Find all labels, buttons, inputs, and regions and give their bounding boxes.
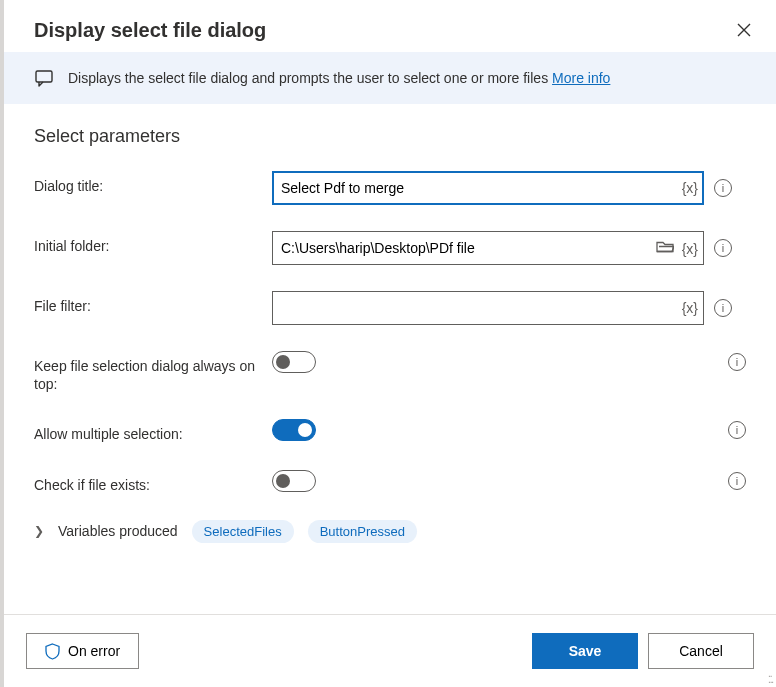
save-label: Save (569, 643, 602, 659)
input-wrap-initial-folder: {x} (272, 231, 704, 265)
row-initial-folder: Initial folder: {x} i (34, 231, 746, 265)
svg-rect-0 (36, 71, 52, 82)
folder-open-icon[interactable] (656, 240, 674, 257)
row-check-exists: Check if file exists: i (34, 470, 746, 494)
more-info-link[interactable]: More info (552, 70, 610, 86)
variable-badge[interactable]: SelectedFiles (192, 520, 294, 543)
label-keep-on-top: Keep file selection dialog always on top… (34, 351, 272, 393)
dialog-window: Display select file dialog Displays the … (0, 0, 776, 687)
variables-title: Variables produced (58, 523, 178, 539)
info-icon[interactable]: i (728, 421, 746, 439)
save-button[interactable]: Save (532, 633, 638, 669)
banner-message: Displays the select file dialog and prom… (68, 70, 552, 86)
dialog-header: Display select file dialog (4, 0, 776, 52)
dialog-footer: On error Save Cancel (4, 614, 776, 687)
info-icon[interactable]: i (714, 299, 732, 317)
dialog-body: Select parameters Dialog title: {x} i In… (4, 104, 776, 614)
chevron-right-icon: ❯ (34, 524, 44, 538)
close-icon (737, 23, 751, 37)
label-dialog-title: Dialog title: (34, 171, 272, 195)
comment-icon (34, 68, 54, 88)
info-banner: Displays the select file dialog and prom… (4, 52, 776, 104)
label-initial-folder: Initial folder: (34, 231, 272, 255)
variables-produced[interactable]: ❯ Variables produced SelectedFiles Butto… (34, 520, 746, 543)
toggle-knob (298, 423, 312, 437)
fx-icon[interactable]: {x} (682, 240, 698, 256)
close-button[interactable] (732, 18, 756, 42)
input-wrap-file-filter: {x} (272, 291, 704, 325)
section-title: Select parameters (34, 126, 746, 147)
on-error-button[interactable]: On error (26, 633, 139, 669)
keep-on-top-toggle[interactable] (272, 351, 316, 373)
label-file-filter: File filter: (34, 291, 272, 315)
toggle-knob (276, 474, 290, 488)
row-keep-on-top: Keep file selection dialog always on top… (34, 351, 746, 393)
initial-folder-input[interactable] (272, 231, 704, 265)
info-icon[interactable]: i (714, 179, 732, 197)
banner-text: Displays the select file dialog and prom… (68, 70, 610, 86)
info-icon[interactable]: i (728, 353, 746, 371)
row-dialog-title: Dialog title: {x} i (34, 171, 746, 205)
row-allow-multi: Allow multiple selection: i (34, 419, 746, 443)
variable-badge[interactable]: ButtonPressed (308, 520, 417, 543)
toggle-knob (276, 355, 290, 369)
dialog-title: Display select file dialog (34, 19, 266, 42)
cancel-button[interactable]: Cancel (648, 633, 754, 669)
row-file-filter: File filter: {x} i (34, 291, 746, 325)
shield-icon (45, 643, 60, 660)
fx-icon[interactable]: {x} (682, 180, 698, 196)
fx-icon[interactable]: {x} (682, 300, 698, 316)
check-exists-toggle[interactable] (272, 470, 316, 492)
label-allow-multi: Allow multiple selection: (34, 419, 272, 443)
on-error-label: On error (68, 643, 120, 659)
dialog-title-input[interactable] (272, 171, 704, 205)
input-wrap-dialog-title: {x} (272, 171, 704, 205)
cancel-label: Cancel (679, 643, 723, 659)
info-icon[interactable]: i (714, 239, 732, 257)
allow-multi-toggle[interactable] (272, 419, 316, 441)
label-check-exists: Check if file exists: (34, 470, 272, 494)
info-icon[interactable]: i (728, 472, 746, 490)
file-filter-input[interactable] (272, 291, 704, 325)
